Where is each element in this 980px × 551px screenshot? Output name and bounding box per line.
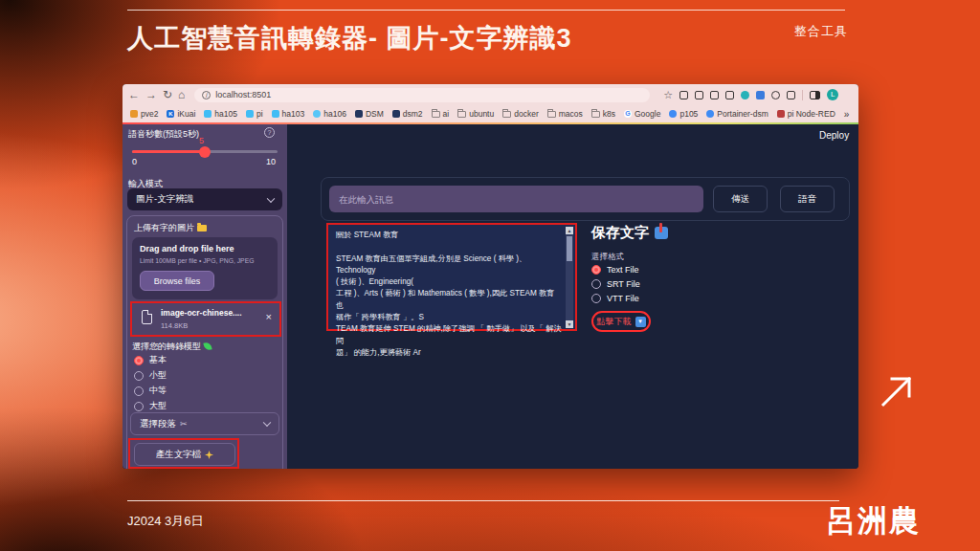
browser-toolbar: ← → ↻ ⌂ i localhost:8501 ☆ L	[122, 84, 858, 105]
google-favicon: G	[624, 110, 632, 118]
send-button[interactable]: 傳送	[713, 186, 768, 212]
bookmark-item[interactable]: ha106	[313, 109, 346, 119]
extension-icon[interactable]	[695, 91, 703, 99]
deploy-button[interactable]: Deploy	[819, 130, 849, 141]
uploaded-file-name: image-ocr-chinese....	[161, 308, 256, 318]
folder-icon	[547, 111, 556, 118]
bookmark-item[interactable]: pi	[246, 109, 263, 119]
input-mode-select[interactable]: 圖片-文字辨識	[127, 188, 282, 210]
slider-label: 語音秒數(預設5秒)	[128, 128, 199, 141]
back-icon[interactable]: ←	[128, 89, 140, 100]
radio-selected-icon	[134, 356, 144, 365]
slide-title: 人工智慧音訊轉錄器- 圖片-文字辨識3	[127, 21, 797, 55]
side-panel-icon[interactable]	[810, 91, 820, 99]
bookmark-folder[interactable]: ubuntu	[457, 109, 494, 119]
voice-button[interactable]: 語音	[780, 186, 835, 212]
scissors-icon: ✂	[180, 419, 188, 429]
bookmark-item[interactable]: KiKuai	[167, 109, 195, 119]
toolbar-separator	[802, 90, 803, 100]
top-divider	[127, 10, 845, 11]
ha106-favicon	[313, 110, 321, 118]
bookmark-item[interactable]: p105	[669, 109, 698, 119]
footer-divider	[127, 500, 839, 501]
bookmark-item[interactable]: Portainer-dsm	[706, 109, 768, 119]
dropzone-limit: Limit 100MB per file • JPG, PNG, JPEG	[140, 257, 270, 264]
file-dropzone[interactable]: Drag and drop file here Limit 100MB per …	[132, 237, 278, 299]
save-book-icon	[655, 227, 668, 239]
p105-favicon	[669, 110, 677, 118]
bookmark-item[interactable]: DSM	[355, 109, 384, 119]
extension-icon[interactable]	[756, 91, 765, 99]
app-main: Deploy 傳送 語音 關於 STEAM 教育 STEAM 教育由五個單字組成…	[287, 124, 858, 469]
radio-icon	[134, 371, 144, 381]
model-radio-small[interactable]: 小型	[134, 369, 167, 382]
bookmark-item[interactable]: pi Node-RED	[777, 109, 835, 119]
bookmark-item[interactable]: ha105	[204, 109, 237, 119]
home-icon[interactable]: ⌂	[178, 89, 185, 100]
extension-icon[interactable]	[771, 91, 780, 99]
bookmark-item[interactable]: GGoogle	[624, 109, 660, 119]
forward-icon[interactable]: →	[145, 89, 157, 100]
profile-avatar[interactable]: L	[827, 89, 838, 100]
footer-date: J2024 3月6日	[127, 513, 204, 530]
site-info-icon[interactable]: i	[202, 91, 211, 99]
upload-label: 上傳有字的圖片	[134, 222, 207, 234]
ha103-favicon	[272, 110, 279, 118]
extension-icon[interactable]	[710, 91, 719, 99]
chat-input[interactable]	[329, 186, 703, 212]
url-text[interactable]: localhost:8501	[215, 90, 271, 99]
bookmark-folder[interactable]: k8s	[591, 109, 615, 119]
extensions-puzzle-icon[interactable]	[787, 91, 795, 99]
slider-min-label: 0	[132, 157, 137, 166]
bookmark-item[interactable]: dsm2	[392, 109, 423, 119]
paragraph-select-value: 選擇段落	[140, 418, 176, 430]
input-mode-value: 圖片-文字辨識	[136, 193, 193, 206]
paragraph-select[interactable]: 選擇段落 ✂	[130, 412, 279, 435]
bookmarks-overflow-chevron[interactable]: »	[844, 109, 850, 120]
browse-files-button[interactable]: Browse files	[140, 271, 214, 291]
model-radio-large[interactable]: 大型	[134, 400, 167, 412]
radio-icon	[134, 386, 144, 396]
toolbar-actions: ☆ L	[663, 89, 838, 101]
scroll-down-icon[interactable]: ▼	[566, 320, 573, 328]
bookmark-folder[interactable]: docker	[502, 109, 539, 119]
transcription-output[interactable]: 關於 STEAM 教育 STEAM 教育由五個單字組成,分別是 Science …	[326, 223, 577, 331]
model-radio-basic[interactable]: 基本	[134, 354, 167, 366]
author-name: 呂洲農	[783, 501, 921, 541]
slider-handle[interactable]	[199, 146, 211, 158]
extension-icon[interactable]	[725, 91, 734, 99]
format-radio-text[interactable]: Text File	[591, 265, 639, 275]
format-radio-srt[interactable]: SRT File	[591, 279, 640, 289]
seconds-slider[interactable]	[132, 150, 278, 153]
folder-icon	[457, 111, 466, 118]
bookmark-item[interactable]: ha103	[272, 109, 305, 119]
extension-icon[interactable]	[679, 91, 688, 99]
ha105-favicon	[204, 110, 212, 118]
scroll-up-icon[interactable]: ▲	[566, 227, 573, 234]
app-sidebar: 語音秒數(預設5秒) ? 5 0 10 輸入模式 圖片-文字辨識 上傳有字的圖片	[122, 124, 287, 469]
bookmark-star-icon[interactable]: ☆	[663, 89, 673, 101]
chevron-down-icon	[267, 194, 275, 202]
download-button[interactable]: 點擊下載 ▼	[591, 311, 651, 332]
dropzone-title: Drag and drop file here	[140, 244, 270, 253]
remove-file-icon[interactable]: ×	[266, 311, 272, 322]
textarea-scrollbar[interactable]: ▲ ▼	[566, 227, 573, 328]
bookmark-item[interactable]: pve2	[130, 109, 158, 119]
bookmark-folder[interactable]: ai	[432, 109, 450, 119]
scroll-thumb[interactable]	[567, 236, 572, 261]
bookmark-folder[interactable]: macos	[547, 109, 583, 119]
generate-text-button[interactable]: 產生文字檔	[134, 443, 235, 466]
slider-value: 5	[199, 136, 204, 145]
address-bar[interactable]: i localhost:8501	[194, 88, 650, 102]
slide-badge: 整合工具	[727, 23, 848, 40]
extension-icon[interactable]	[741, 91, 749, 99]
uploaded-file-highlight: image-ocr-chinese.... 114.8KB ×	[130, 301, 281, 337]
help-icon[interactable]: ?	[264, 127, 275, 138]
refresh-icon[interactable]: ↻	[163, 89, 172, 100]
format-radio-vtt[interactable]: VTT File	[591, 294, 639, 303]
folder-icon	[432, 111, 440, 118]
chevron-down-icon	[263, 419, 271, 427]
model-radio-medium[interactable]: 中等	[134, 385, 167, 397]
radio-icon	[134, 402, 144, 411]
model-label: 選擇您的轉錄模型	[132, 341, 212, 353]
